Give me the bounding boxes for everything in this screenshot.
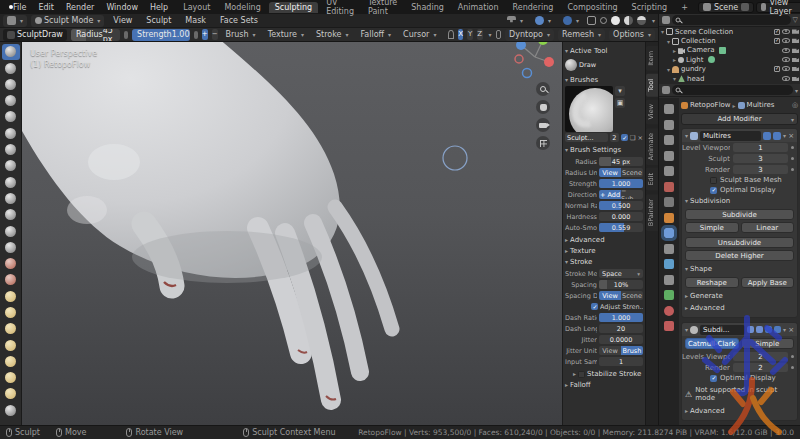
menu-edit[interactable]: Edit (33, 3, 59, 12)
exclude-checkbox[interactable] (774, 38, 780, 44)
brush-preview-image-icon[interactable]: ▣ (615, 98, 625, 108)
stroke-section[interactable]: Stroke (565, 258, 643, 266)
brush-datablock[interactable]: SculptDraw (3, 29, 67, 41)
brush-preview-dropdown[interactable]: ▾ (615, 86, 625, 96)
texture-popover[interactable]: Texture (264, 29, 308, 41)
unlink-brush-icon[interactable]: × (638, 134, 643, 142)
collapse-icon[interactable]: ▾ (685, 132, 688, 139)
sidebar-tab-animate[interactable]: Animate (646, 128, 658, 165)
fake-user-icon[interactable] (621, 134, 628, 141)
strength-slider[interactable]: Strength1.000 (132, 29, 190, 41)
outliner-search-input[interactable] (672, 15, 791, 25)
properties-search-input[interactable] (672, 85, 793, 95)
delete-modifier-icon[interactable]: × (788, 132, 794, 140)
filter-icon[interactable]: ▽ (793, 16, 798, 24)
menu-sculpt[interactable]: Sculpt (141, 16, 176, 25)
brush-preview-image[interactable] (565, 86, 613, 132)
shape-subpanel[interactable]: Shape (682, 263, 797, 275)
workspace-tab-shading[interactable]: Shading (405, 2, 450, 13)
proportional-edit-dropdown[interactable] (531, 15, 555, 27)
tab-world[interactable] (664, 182, 674, 192)
stabilize-stroke-row[interactable]: Stabilize Stroke (565, 370, 643, 378)
generate-subpanel[interactable]: Generate (682, 290, 797, 302)
add-workspace-button[interactable]: + (675, 2, 694, 13)
snap-dropdown[interactable] (503, 15, 527, 27)
subdivide-button[interactable]: Subdivide (685, 209, 794, 220)
hide-eye-icon[interactable] (782, 57, 790, 62)
workspace-tab-rendering[interactable]: Rendering (507, 2, 560, 13)
brush-mask-button[interactable] (2, 403, 20, 419)
symmetry-dropdown[interactable] (487, 30, 492, 39)
show-realtime-icon[interactable] (765, 326, 772, 333)
view-layer-selector[interactable]: View Layer (756, 2, 800, 13)
brush-clay-button[interactable] (2, 77, 20, 93)
direction-sub-button[interactable]: − (212, 29, 218, 40)
menu-view[interactable]: View (108, 16, 137, 25)
menu-render[interactable]: Render (61, 3, 99, 12)
jitter-unit-toggle[interactable]: ViewBrush (599, 346, 643, 355)
sidebar-strength-slider[interactable]: 1.000 (599, 179, 643, 188)
on-cage-icon[interactable] (747, 326, 754, 333)
direction-add-button[interactable]: + (202, 29, 208, 40)
brush-grab-button[interactable] (2, 272, 20, 288)
options-popover[interactable]: Options (609, 29, 655, 41)
pin-icon[interactable]: ◎ (792, 101, 798, 109)
brush-clay-strips-button[interactable] (2, 93, 20, 109)
3d-viewport[interactable]: User Perspective (1) RetopoFlow (22, 42, 562, 425)
sidebar-tab-view[interactable]: View (646, 99, 658, 124)
catmull-clark-button[interactable]: Catmull-Clark (685, 338, 739, 349)
scene-selector[interactable]: Scene (698, 2, 754, 13)
tab-render[interactable] (664, 120, 674, 130)
sculpt-level-field[interactable]: 3 (733, 154, 788, 164)
rendered-shading-icon[interactable] (637, 16, 646, 25)
brush-layer-button[interactable] (2, 125, 20, 141)
stroke-popover[interactable]: Stroke (312, 29, 353, 41)
render-visibility-icon[interactable] (792, 57, 799, 62)
subdivide-simple-button[interactable]: Simple (685, 222, 739, 233)
dash-ratio-slider[interactable]: 1.000 (599, 313, 643, 322)
brush-draw-sharp-button[interactable] (2, 60, 20, 76)
render-levels-field[interactable]: 2 (733, 363, 788, 373)
optimal-display-row[interactable]: Optimal Display (682, 185, 797, 195)
exclude-checkbox[interactable] (774, 29, 780, 35)
dyntopo-popover[interactable]: Dyntopo (505, 29, 554, 41)
brush-popover[interactable]: Brush (222, 29, 260, 41)
tab-output[interactable] (664, 135, 674, 145)
brush-settings-section[interactable]: Brush Settings (565, 146, 643, 154)
tab-material[interactable] (664, 306, 674, 316)
show-in-editmode-icon[interactable] (756, 326, 763, 333)
hide-eye-icon[interactable] (782, 76, 790, 81)
menu-mask[interactable]: Mask (180, 16, 211, 25)
brush-pose-button[interactable] (2, 337, 20, 353)
brush-snake-hook-button[interactable] (2, 305, 20, 321)
brush-clay-thumb-button[interactable] (2, 109, 20, 125)
hide-eye-icon[interactable] (782, 48, 790, 53)
editor-type-dropdown[interactable] (3, 15, 27, 27)
hardness-slider[interactable]: 0.000 (599, 212, 643, 221)
workspace-tab-layout[interactable]: Layout (177, 2, 216, 13)
tab-physics[interactable] (664, 259, 674, 269)
spacing-slider[interactable]: 10% (599, 280, 643, 289)
hide-eye-icon[interactable] (782, 66, 790, 71)
shading-dropdown[interactable] (650, 16, 655, 25)
optimal-display-checkbox[interactable] (710, 187, 717, 194)
level-viewport-field[interactable]: 1 (733, 143, 788, 153)
breadcrumb-object[interactable]: RetopoFlow (690, 101, 731, 109)
pivot-dropdown[interactable] (559, 15, 583, 27)
workspace-tab-animation[interactable]: Animation (452, 2, 505, 13)
falloff-section[interactable]: Falloff (565, 381, 643, 389)
add-modifier-button[interactable]: Add Modifier (681, 113, 798, 125)
properties-display-icon[interactable] (662, 86, 670, 94)
adjust-strength-row[interactable]: Adjust Stren... (565, 301, 643, 312)
exclude-checkbox[interactable] (774, 66, 780, 72)
tab-tool[interactable] (664, 104, 674, 114)
normal-radius-slider[interactable]: 0.500 (599, 201, 643, 210)
outliner-row-camera[interactable]: ▸Camera (659, 46, 800, 55)
brush-slide-relax-button[interactable] (2, 386, 20, 402)
unsubdivide-button[interactable]: Unsubdivide (685, 237, 794, 248)
collapse-icon[interactable]: ▾ (685, 326, 688, 333)
tab-object-data[interactable] (664, 290, 674, 300)
direction-toggle[interactable]: + Add− Sub.. (599, 190, 643, 199)
sidebar-tab-tool[interactable]: Tool (646, 74, 658, 97)
outliner-row-light[interactable]: ▸Light (659, 55, 800, 64)
